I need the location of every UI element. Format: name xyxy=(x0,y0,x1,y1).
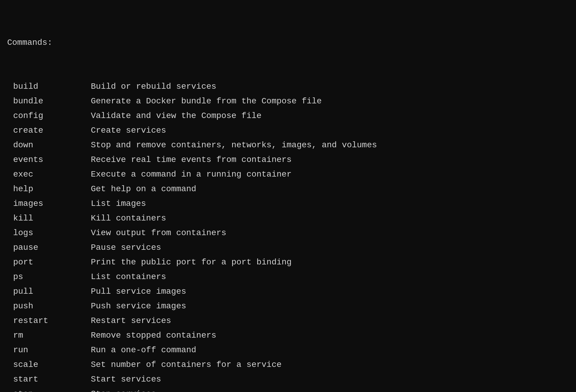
command-name: images xyxy=(7,196,91,211)
command-description: Generate a Docker bundle from the Compos… xyxy=(91,94,322,108)
table-row: pushPush service images xyxy=(7,299,569,313)
command-name: down xyxy=(7,138,91,152)
commands-header: Commands: xyxy=(7,35,569,50)
command-description: Receive real time events from containers xyxy=(91,152,292,167)
command-description: Set number of containers for a service xyxy=(91,357,282,372)
table-row: eventsReceive real time events from cont… xyxy=(7,152,569,167)
table-row: downStop and remove containers, networks… xyxy=(7,138,569,152)
command-name: scale xyxy=(7,357,91,372)
command-name: logs xyxy=(7,226,91,240)
command-description: Pull service images xyxy=(91,284,186,299)
command-description: Pause services xyxy=(91,240,161,255)
table-row: portPrint the public port for a port bin… xyxy=(7,255,569,270)
command-name: config xyxy=(7,108,91,123)
table-row: scaleSet number of containers for a serv… xyxy=(7,357,569,372)
table-row: imagesList images xyxy=(7,196,569,211)
table-row: killKill containers xyxy=(7,211,569,226)
command-description: Validate and view the Compose file xyxy=(91,108,261,123)
command-description: Get help on a command xyxy=(91,182,196,196)
table-row: bundleGenerate a Docker bundle from the … xyxy=(7,94,569,108)
table-row: pullPull service images xyxy=(7,284,569,299)
table-row: pausePause services xyxy=(7,240,569,255)
command-name: start xyxy=(7,372,91,387)
table-row: createCreate services xyxy=(7,123,569,138)
table-row: restartRestart services xyxy=(7,313,569,328)
command-name: restart xyxy=(7,313,91,328)
command-name: stop xyxy=(7,387,91,392)
command-name: bundle xyxy=(7,94,91,108)
table-row: buildBuild or rebuild services xyxy=(7,79,569,94)
command-description: Stop services xyxy=(91,387,156,392)
command-description: Execute a command in a running container xyxy=(91,167,292,182)
command-description: Stop and remove containers, networks, im… xyxy=(91,138,377,152)
command-name: run xyxy=(7,343,91,357)
table-row: runRun a one-off command xyxy=(7,343,569,357)
command-description: Remove stopped containers xyxy=(91,328,216,343)
command-description: Create services xyxy=(91,123,166,138)
command-description: View output from containers xyxy=(91,226,226,240)
command-name: port xyxy=(7,255,91,270)
table-row: psList containers xyxy=(7,270,569,284)
command-name: push xyxy=(7,299,91,313)
command-name: ps xyxy=(7,270,91,284)
command-description: Kill containers xyxy=(91,211,166,226)
table-row: configValidate and view the Compose file xyxy=(7,108,569,123)
command-description: Start services xyxy=(91,372,161,387)
command-name: help xyxy=(7,182,91,196)
command-name: pull xyxy=(7,284,91,299)
table-row: helpGet help on a command xyxy=(7,182,569,196)
commands-list: buildBuild or rebuild servicesbundleGene… xyxy=(7,79,569,392)
command-name: kill xyxy=(7,211,91,226)
command-description: Print the public port for a port binding xyxy=(91,255,292,270)
command-description: Run a one-off command xyxy=(91,343,196,357)
terminal-output: Commands: buildBuild or rebuild services… xyxy=(7,6,569,392)
command-name: events xyxy=(7,152,91,167)
command-name: rm xyxy=(7,328,91,343)
table-row: stopStop services xyxy=(7,387,569,392)
command-description: List containers xyxy=(91,270,166,284)
table-row: execExecute a command in a running conta… xyxy=(7,167,569,182)
table-row: rmRemove stopped containers xyxy=(7,328,569,343)
command-name: build xyxy=(7,79,91,94)
command-name: create xyxy=(7,123,91,138)
command-description: List images xyxy=(91,196,146,211)
command-name: exec xyxy=(7,167,91,182)
table-row: startStart services xyxy=(7,372,569,387)
command-description: Restart services xyxy=(91,313,171,328)
command-description: Push service images xyxy=(91,299,186,313)
command-description: Build or rebuild services xyxy=(91,79,216,94)
command-name: pause xyxy=(7,240,91,255)
table-row: logsView output from containers xyxy=(7,226,569,240)
